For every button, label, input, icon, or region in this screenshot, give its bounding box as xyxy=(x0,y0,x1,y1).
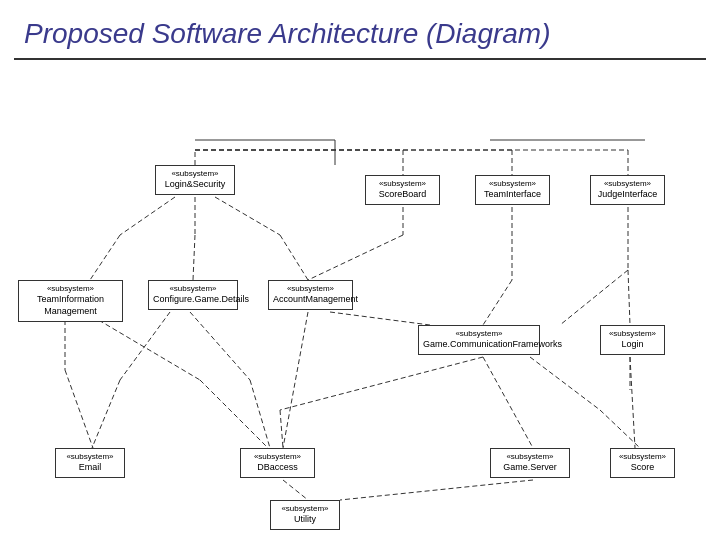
box-scoreboard: «subsystem» ScoreBoard xyxy=(365,175,440,205)
svg-line-39 xyxy=(630,357,635,448)
name-configure: Configure.Game.Details xyxy=(153,294,233,306)
box-game-server: «subsystem» Game.Server xyxy=(490,448,570,478)
svg-line-22 xyxy=(628,270,630,325)
stereotype-scoreboard: «subsystem» xyxy=(370,179,435,189)
svg-line-17 xyxy=(308,235,403,280)
svg-line-12 xyxy=(120,197,175,235)
name-scoreboard: ScoreBoard xyxy=(370,189,435,201)
svg-line-41 xyxy=(340,480,533,500)
box-judge-interface: «subsystem» JudgeInterface xyxy=(590,175,665,205)
stereotype-utility: «subsystem» xyxy=(275,504,335,514)
stereotype-game-server: «subsystem» xyxy=(495,452,565,462)
page-title: Proposed Software Architecture (Diagram) xyxy=(0,0,720,58)
stereotype-score: «subsystem» xyxy=(615,452,670,462)
box-login-security: «subsystem» Login&Security xyxy=(155,165,235,195)
svg-line-24 xyxy=(65,370,93,448)
svg-line-40 xyxy=(283,480,308,500)
title-divider xyxy=(14,58,706,60)
svg-line-14 xyxy=(215,197,280,235)
name-dbaccess: DBaccess xyxy=(245,462,310,474)
box-login: «subsystem» Login xyxy=(600,325,665,355)
name-utility: Utility xyxy=(275,514,335,526)
svg-line-35 xyxy=(600,410,640,448)
stereotype-judge-interface: «subsystem» xyxy=(595,179,660,189)
svg-line-37 xyxy=(280,410,283,448)
box-email: «subsystem» Email xyxy=(55,448,125,478)
svg-line-34 xyxy=(530,357,600,410)
svg-line-11 xyxy=(193,235,195,280)
name-account: AccountManagement xyxy=(273,294,348,306)
svg-line-36 xyxy=(280,357,483,410)
box-dbaccess: «subsystem» DBaccess xyxy=(240,448,315,478)
name-email: Email xyxy=(60,462,120,474)
svg-line-13 xyxy=(90,235,120,280)
svg-line-33 xyxy=(483,357,533,448)
name-login-security: Login&Security xyxy=(160,179,230,191)
stereotype-team-info: «subsystem» xyxy=(23,284,118,294)
svg-line-25 xyxy=(85,312,200,380)
svg-line-27 xyxy=(120,312,170,380)
svg-line-28 xyxy=(92,380,120,448)
stereotype-team-interface: «subsystem» xyxy=(480,179,545,189)
stereotype-game-comm: «subsystem» xyxy=(423,329,535,339)
svg-line-32 xyxy=(330,312,430,325)
diagram-area: .dashed { stroke: #333; stroke-width: 1;… xyxy=(0,70,720,540)
box-team-info-mgmt: «subsystem» TeamInformation Management xyxy=(18,280,123,322)
name-score: Score xyxy=(615,462,670,474)
box-account-mgmt: «subsystem» AccountManagement xyxy=(268,280,353,310)
name-team-interface: TeamInterface xyxy=(480,189,545,201)
box-team-interface: «subsystem» TeamInterface xyxy=(475,175,550,205)
svg-line-26 xyxy=(200,380,268,448)
stereotype-configure: «subsystem» xyxy=(153,284,233,294)
name-game-server: Game.Server xyxy=(495,462,565,474)
stereotype-login: «subsystem» xyxy=(605,329,660,339)
box-utility: «subsystem» Utility xyxy=(270,500,340,530)
svg-line-29 xyxy=(190,312,250,380)
svg-line-21 xyxy=(560,270,628,325)
box-configure-game: «subsystem» Configure.Game.Details xyxy=(148,280,238,310)
stereotype-account: «subsystem» xyxy=(273,284,348,294)
stereotype-email: «subsystem» xyxy=(60,452,120,462)
svg-line-30 xyxy=(250,380,270,448)
name-team-info: TeamInformation Management xyxy=(23,294,118,317)
svg-line-15 xyxy=(280,235,308,280)
stereotype-dbaccess: «subsystem» xyxy=(245,452,310,462)
svg-line-31 xyxy=(283,312,308,448)
name-login: Login xyxy=(605,339,660,351)
name-judge-interface: JudgeInterface xyxy=(595,189,660,201)
name-game-comm: Game.CommunicationFrameworks xyxy=(423,339,535,351)
box-game-comm: «subsystem» Game.CommunicationFrameworks xyxy=(418,325,540,355)
stereotype-login-security: «subsystem» xyxy=(160,169,230,179)
svg-line-19 xyxy=(483,280,512,325)
box-score: «subsystem» Score xyxy=(610,448,675,478)
